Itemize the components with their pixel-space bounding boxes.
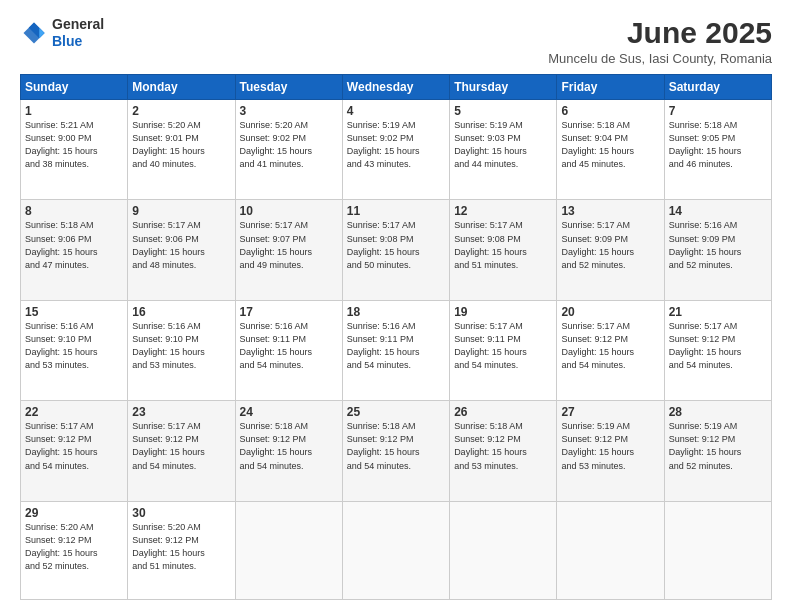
day-info: Sunrise: 5:17 AM Sunset: 9:06 PM Dayligh… (132, 219, 230, 271)
logo-general: General (52, 16, 104, 32)
day-cell (557, 501, 664, 599)
logo-blue: Blue (52, 33, 82, 49)
day-cell: 6Sunrise: 5:18 AM Sunset: 9:04 PM Daylig… (557, 100, 664, 200)
day-info: Sunrise: 5:18 AM Sunset: 9:12 PM Dayligh… (454, 420, 552, 472)
day-number: 21 (669, 305, 767, 319)
day-info: Sunrise: 5:20 AM Sunset: 9:01 PM Dayligh… (132, 119, 230, 171)
day-number: 29 (25, 506, 123, 520)
weekday-header-saturday: Saturday (664, 75, 771, 100)
day-info: Sunrise: 5:19 AM Sunset: 9:03 PM Dayligh… (454, 119, 552, 171)
day-cell: 4Sunrise: 5:19 AM Sunset: 9:02 PM Daylig… (342, 100, 449, 200)
day-number: 3 (240, 104, 338, 118)
weekday-header-wednesday: Wednesday (342, 75, 449, 100)
day-info: Sunrise: 5:20 AM Sunset: 9:12 PM Dayligh… (25, 521, 123, 573)
day-info: Sunrise: 5:21 AM Sunset: 9:00 PM Dayligh… (25, 119, 123, 171)
day-cell: 5Sunrise: 5:19 AM Sunset: 9:03 PM Daylig… (450, 100, 557, 200)
week-row-1: 1Sunrise: 5:21 AM Sunset: 9:00 PM Daylig… (21, 100, 772, 200)
day-cell (450, 501, 557, 599)
day-info: Sunrise: 5:16 AM Sunset: 9:09 PM Dayligh… (669, 219, 767, 271)
logo-text: General Blue (52, 16, 104, 50)
day-number: 26 (454, 405, 552, 419)
header: General Blue June 2025 Muncelu de Sus, I… (20, 16, 772, 66)
day-cell: 18Sunrise: 5:16 AM Sunset: 9:11 PM Dayli… (342, 300, 449, 400)
weekday-header-friday: Friday (557, 75, 664, 100)
day-info: Sunrise: 5:16 AM Sunset: 9:10 PM Dayligh… (132, 320, 230, 372)
day-number: 12 (454, 204, 552, 218)
day-info: Sunrise: 5:18 AM Sunset: 9:05 PM Dayligh… (669, 119, 767, 171)
day-number: 11 (347, 204, 445, 218)
day-info: Sunrise: 5:17 AM Sunset: 9:07 PM Dayligh… (240, 219, 338, 271)
day-number: 13 (561, 204, 659, 218)
weekday-header-sunday: Sunday (21, 75, 128, 100)
day-cell: 8Sunrise: 5:18 AM Sunset: 9:06 PM Daylig… (21, 200, 128, 300)
calendar-table: SundayMondayTuesdayWednesdayThursdayFrid… (20, 74, 772, 600)
day-cell: 21Sunrise: 5:17 AM Sunset: 9:12 PM Dayli… (664, 300, 771, 400)
day-number: 10 (240, 204, 338, 218)
day-number: 8 (25, 204, 123, 218)
day-cell: 12Sunrise: 5:17 AM Sunset: 9:08 PM Dayli… (450, 200, 557, 300)
day-cell: 11Sunrise: 5:17 AM Sunset: 9:08 PM Dayli… (342, 200, 449, 300)
day-cell: 17Sunrise: 5:16 AM Sunset: 9:11 PM Dayli… (235, 300, 342, 400)
day-number: 2 (132, 104, 230, 118)
day-number: 1 (25, 104, 123, 118)
day-number: 4 (347, 104, 445, 118)
day-info: Sunrise: 5:19 AM Sunset: 9:12 PM Dayligh… (669, 420, 767, 472)
day-info: Sunrise: 5:19 AM Sunset: 9:12 PM Dayligh… (561, 420, 659, 472)
day-info: Sunrise: 5:17 AM Sunset: 9:12 PM Dayligh… (25, 420, 123, 472)
day-cell: 27Sunrise: 5:19 AM Sunset: 9:12 PM Dayli… (557, 401, 664, 501)
day-number: 24 (240, 405, 338, 419)
day-cell: 23Sunrise: 5:17 AM Sunset: 9:12 PM Dayli… (128, 401, 235, 501)
day-cell: 3Sunrise: 5:20 AM Sunset: 9:02 PM Daylig… (235, 100, 342, 200)
day-info: Sunrise: 5:17 AM Sunset: 9:12 PM Dayligh… (132, 420, 230, 472)
day-cell: 15Sunrise: 5:16 AM Sunset: 9:10 PM Dayli… (21, 300, 128, 400)
day-cell: 10Sunrise: 5:17 AM Sunset: 9:07 PM Dayli… (235, 200, 342, 300)
day-info: Sunrise: 5:18 AM Sunset: 9:06 PM Dayligh… (25, 219, 123, 271)
day-info: Sunrise: 5:20 AM Sunset: 9:12 PM Dayligh… (132, 521, 230, 573)
day-info: Sunrise: 5:16 AM Sunset: 9:11 PM Dayligh… (347, 320, 445, 372)
day-number: 14 (669, 204, 767, 218)
day-cell: 24Sunrise: 5:18 AM Sunset: 9:12 PM Dayli… (235, 401, 342, 501)
day-number: 22 (25, 405, 123, 419)
day-number: 17 (240, 305, 338, 319)
day-number: 20 (561, 305, 659, 319)
weekday-header-tuesday: Tuesday (235, 75, 342, 100)
week-row-2: 8Sunrise: 5:18 AM Sunset: 9:06 PM Daylig… (21, 200, 772, 300)
day-cell: 28Sunrise: 5:19 AM Sunset: 9:12 PM Dayli… (664, 401, 771, 501)
day-number: 28 (669, 405, 767, 419)
day-number: 15 (25, 305, 123, 319)
day-info: Sunrise: 5:16 AM Sunset: 9:11 PM Dayligh… (240, 320, 338, 372)
weekday-header-thursday: Thursday (450, 75, 557, 100)
day-number: 30 (132, 506, 230, 520)
day-cell: 13Sunrise: 5:17 AM Sunset: 9:09 PM Dayli… (557, 200, 664, 300)
day-info: Sunrise: 5:18 AM Sunset: 9:12 PM Dayligh… (347, 420, 445, 472)
day-number: 5 (454, 104, 552, 118)
day-cell: 7Sunrise: 5:18 AM Sunset: 9:05 PM Daylig… (664, 100, 771, 200)
day-cell: 29Sunrise: 5:20 AM Sunset: 9:12 PM Dayli… (21, 501, 128, 599)
day-cell: 25Sunrise: 5:18 AM Sunset: 9:12 PM Dayli… (342, 401, 449, 501)
day-cell: 9Sunrise: 5:17 AM Sunset: 9:06 PM Daylig… (128, 200, 235, 300)
logo: General Blue (20, 16, 104, 50)
day-cell (342, 501, 449, 599)
day-number: 23 (132, 405, 230, 419)
day-info: Sunrise: 5:18 AM Sunset: 9:04 PM Dayligh… (561, 119, 659, 171)
day-info: Sunrise: 5:17 AM Sunset: 9:08 PM Dayligh… (347, 219, 445, 271)
day-info: Sunrise: 5:17 AM Sunset: 9:09 PM Dayligh… (561, 219, 659, 271)
day-info: Sunrise: 5:17 AM Sunset: 9:12 PM Dayligh… (561, 320, 659, 372)
svg-marker-2 (39, 28, 44, 39)
day-cell (664, 501, 771, 599)
day-cell: 20Sunrise: 5:17 AM Sunset: 9:12 PM Dayli… (557, 300, 664, 400)
day-cell: 16Sunrise: 5:16 AM Sunset: 9:10 PM Dayli… (128, 300, 235, 400)
day-info: Sunrise: 5:18 AM Sunset: 9:12 PM Dayligh… (240, 420, 338, 472)
day-number: 27 (561, 405, 659, 419)
day-info: Sunrise: 5:17 AM Sunset: 9:11 PM Dayligh… (454, 320, 552, 372)
week-row-5: 29Sunrise: 5:20 AM Sunset: 9:12 PM Dayli… (21, 501, 772, 599)
weekday-header-row: SundayMondayTuesdayWednesdayThursdayFrid… (21, 75, 772, 100)
day-number: 7 (669, 104, 767, 118)
day-cell: 22Sunrise: 5:17 AM Sunset: 9:12 PM Dayli… (21, 401, 128, 501)
week-row-4: 22Sunrise: 5:17 AM Sunset: 9:12 PM Dayli… (21, 401, 772, 501)
day-cell: 1Sunrise: 5:21 AM Sunset: 9:00 PM Daylig… (21, 100, 128, 200)
page: General Blue June 2025 Muncelu de Sus, I… (0, 0, 792, 612)
day-cell: 14Sunrise: 5:16 AM Sunset: 9:09 PM Dayli… (664, 200, 771, 300)
title-area: June 2025 Muncelu de Sus, Iasi County, R… (548, 16, 772, 66)
day-cell: 19Sunrise: 5:17 AM Sunset: 9:11 PM Dayli… (450, 300, 557, 400)
